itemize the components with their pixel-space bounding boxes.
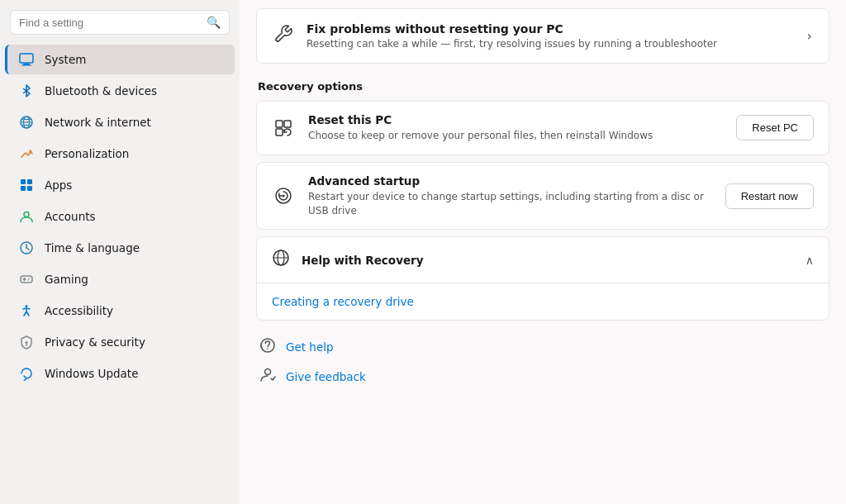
sidebar-item-gaming-label: Gaming xyxy=(45,273,88,286)
reset-pc-desc: Choose to keep or remove your personal f… xyxy=(308,129,723,143)
svg-rect-25 xyxy=(276,121,283,127)
sidebar: 🔍 System Bluetooth & devices xyxy=(0,0,240,504)
sidebar-item-network-label: Network & internet xyxy=(45,116,151,129)
sidebar-item-network[interactable]: Network & internet xyxy=(5,107,235,137)
svg-rect-27 xyxy=(276,129,283,136)
advanced-startup-text: Advanced startup Restart your device to … xyxy=(308,174,712,218)
give-feedback-icon xyxy=(259,367,276,387)
sidebar-item-accounts-label: Accounts xyxy=(45,210,96,223)
give-feedback-link[interactable]: Give feedback xyxy=(286,370,366,383)
svg-rect-17 xyxy=(21,276,32,283)
restart-now-button[interactable]: Restart now xyxy=(725,183,814,209)
privacy-icon xyxy=(18,334,35,350)
time-icon xyxy=(18,240,35,256)
sidebar-item-update-label: Windows Update xyxy=(45,367,138,380)
reset-pc-row: Reset this PC Choose to keep or remove y… xyxy=(257,102,829,155)
svg-rect-0 xyxy=(20,54,33,63)
advanced-startup-icon xyxy=(272,186,295,206)
chevron-up-icon: ∧ xyxy=(806,254,814,267)
search-box[interactable]: 🔍 xyxy=(10,10,230,35)
help-recovery-content: Creating a recovery drive xyxy=(257,283,829,320)
main-content: Fix problems without resetting your PC R… xyxy=(240,0,846,504)
fix-problems-subtitle: Resetting can take a while — first, try … xyxy=(307,38,807,50)
svg-rect-10 xyxy=(27,179,32,184)
svg-point-20 xyxy=(28,278,30,279)
system-icon xyxy=(18,51,35,68)
apps-icon xyxy=(18,177,35,193)
sidebar-item-personalization-label: Personalization xyxy=(45,147,129,160)
footer-links: Get help Give feedback xyxy=(256,337,829,387)
sidebar-item-accounts[interactable]: Accounts xyxy=(5,202,235,231)
sidebar-item-privacy-label: Privacy & security xyxy=(45,335,145,349)
advanced-startup-row: Advanced startup Restart your device to … xyxy=(257,163,829,230)
search-input[interactable] xyxy=(19,17,200,29)
svg-line-16 xyxy=(26,248,29,250)
sidebar-item-system[interactable]: System xyxy=(5,45,235,74)
svg-rect-12 xyxy=(27,186,32,191)
advanced-startup-desc: Restart your device to change startup se… xyxy=(308,190,712,218)
svg-point-21 xyxy=(27,279,29,281)
svg-point-22 xyxy=(26,305,28,307)
wrench-icon xyxy=(273,24,293,48)
get-help-icon xyxy=(259,337,276,357)
svg-rect-2 xyxy=(21,65,31,66)
svg-rect-26 xyxy=(284,121,291,127)
personalization-icon xyxy=(18,145,35,162)
reset-pc-button[interactable]: Reset PC xyxy=(736,115,814,140)
reset-pc-icon xyxy=(272,118,295,138)
sidebar-item-apps-label: Apps xyxy=(45,178,72,192)
svg-point-29 xyxy=(283,195,285,197)
sidebar-item-accessibility-label: Accessibility xyxy=(45,304,113,317)
help-recovery-title: Help with Recovery xyxy=(302,254,794,267)
sidebar-item-gaming[interactable]: Gaming xyxy=(5,264,235,294)
sidebar-item-bluetooth-label: Bluetooth & devices xyxy=(45,84,157,97)
sidebar-item-apps[interactable]: Apps xyxy=(5,170,235,200)
help-recovery-header[interactable]: Help with Recovery ∧ xyxy=(257,237,829,283)
sidebar-item-time-label: Time & language xyxy=(45,241,140,254)
creating-recovery-drive-link[interactable]: Creating a recovery drive xyxy=(272,295,414,308)
accounts-icon xyxy=(18,208,35,225)
svg-rect-11 xyxy=(21,186,26,191)
search-icon: 🔍 xyxy=(207,16,221,29)
svg-point-13 xyxy=(24,212,29,217)
sidebar-item-accessibility[interactable]: Accessibility xyxy=(5,296,235,326)
accessibility-icon xyxy=(18,302,35,319)
update-icon xyxy=(18,365,35,382)
reset-pc-text: Reset this PC Choose to keep or remove y… xyxy=(308,113,723,143)
network-icon xyxy=(18,114,35,131)
fix-problems-text: Fix problems without resetting your PC R… xyxy=(307,22,807,50)
advanced-startup-card: Advanced startup Restart your device to … xyxy=(256,162,829,231)
recovery-section-title: Recovery options xyxy=(256,80,829,93)
sidebar-item-bluetooth[interactable]: Bluetooth & devices xyxy=(5,76,235,106)
bluetooth-icon xyxy=(18,83,35,99)
get-help-row[interactable]: Get help xyxy=(259,337,826,357)
sidebar-item-time[interactable]: Time & language xyxy=(5,233,235,263)
give-feedback-row[interactable]: Give feedback xyxy=(259,367,826,387)
fix-problems-card[interactable]: Fix problems without resetting your PC R… xyxy=(256,8,829,64)
fix-problems-title: Fix problems without resetting your PC xyxy=(307,22,807,36)
sidebar-item-privacy[interactable]: Privacy & security xyxy=(5,327,235,357)
sidebar-item-update[interactable]: Windows Update xyxy=(5,359,235,388)
help-recovery-card: Help with Recovery ∧ Creating a recovery… xyxy=(256,236,829,321)
advanced-startup-title: Advanced startup xyxy=(308,174,712,188)
help-recovery-icon xyxy=(272,249,290,271)
reset-pc-title: Reset this PC xyxy=(308,113,723,126)
sidebar-item-personalization[interactable]: Personalization xyxy=(5,139,235,169)
svg-point-35 xyxy=(265,369,271,375)
chevron-right-icon: › xyxy=(807,28,812,44)
svg-point-34 xyxy=(267,349,269,350)
sidebar-item-system-label: System xyxy=(45,53,86,66)
get-help-link[interactable]: Get help xyxy=(286,340,334,354)
svg-point-8 xyxy=(30,150,32,153)
reset-pc-card: Reset this PC Choose to keep or remove y… xyxy=(256,101,829,155)
svg-rect-9 xyxy=(21,179,26,184)
gaming-icon xyxy=(18,271,35,288)
